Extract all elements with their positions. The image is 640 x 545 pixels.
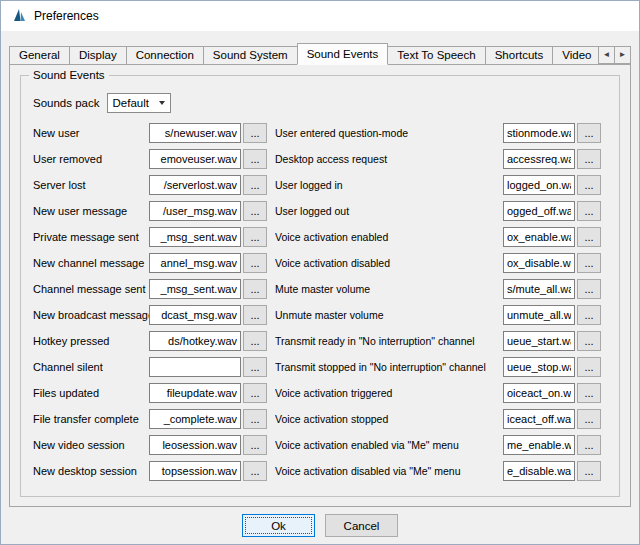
sound-file-input[interactable] bbox=[503, 383, 575, 403]
browse-button[interactable]: ... bbox=[243, 227, 267, 247]
preferences-dialog: Preferences General Display Connection S… bbox=[0, 0, 640, 545]
sounds-pack-value: Default bbox=[113, 97, 149, 109]
tab-connection[interactable]: Connection bbox=[126, 46, 204, 65]
event-label: Voice activation disabled bbox=[275, 257, 503, 269]
tab-scroll-buttons: ◄ ► bbox=[599, 46, 631, 64]
sound-event-row: New channel message ... Voice activation… bbox=[33, 250, 607, 276]
event-label: Server lost bbox=[33, 179, 149, 191]
sound-file-input[interactable] bbox=[503, 123, 575, 143]
sound-file-input[interactable] bbox=[149, 357, 241, 377]
event-label: Files updated bbox=[33, 387, 149, 399]
tab-scroll-left-button[interactable]: ◄ bbox=[598, 46, 615, 64]
titlebar: Preferences bbox=[1, 1, 639, 31]
sound-file-input[interactable] bbox=[503, 357, 575, 377]
event-label: Channel message sent bbox=[33, 283, 149, 295]
event-label: File transfer complete bbox=[33, 413, 149, 425]
sound-file-input[interactable] bbox=[149, 279, 241, 299]
browse-button[interactable]: ... bbox=[243, 175, 267, 195]
sound-file-input[interactable] bbox=[503, 149, 575, 169]
sound-file-input[interactable] bbox=[149, 409, 241, 429]
browse-button[interactable]: ... bbox=[577, 409, 601, 429]
sound-file-input[interactable] bbox=[149, 227, 241, 247]
sound-event-row: Channel silent ... Transmit stopped in "… bbox=[33, 354, 607, 380]
tab-sound-system[interactable]: Sound System bbox=[203, 46, 298, 65]
browse-button[interactable]: ... bbox=[577, 383, 601, 403]
sound-file-input[interactable] bbox=[503, 435, 575, 455]
event-label: User logged in bbox=[275, 179, 503, 191]
tab-general[interactable]: General bbox=[9, 46, 70, 65]
dialog-content: General Display Connection Sound System … bbox=[1, 31, 639, 544]
tab-scroll-right-button[interactable]: ► bbox=[614, 46, 631, 64]
sound-file-input[interactable] bbox=[503, 253, 575, 273]
group-title: Sound Events bbox=[29, 69, 109, 81]
sound-file-input[interactable] bbox=[149, 175, 241, 195]
teamtalk-logo-icon bbox=[11, 8, 27, 24]
sound-file-input[interactable] bbox=[503, 201, 575, 221]
sound-file-input[interactable] bbox=[503, 279, 575, 299]
event-label: Hotkey pressed bbox=[33, 335, 149, 347]
sound-event-row: New video session ... Voice activation e… bbox=[33, 432, 607, 458]
sound-event-row: Channel message sent ... Mute master vol… bbox=[33, 276, 607, 302]
sounds-pack-label: Sounds pack bbox=[33, 97, 100, 109]
sound-file-input[interactable] bbox=[149, 435, 241, 455]
sound-event-row: Files updated ... Voice activation trigg… bbox=[33, 380, 607, 406]
browse-button[interactable]: ... bbox=[577, 227, 601, 247]
sound-file-input[interactable] bbox=[503, 305, 575, 325]
sound-event-row: Private message sent ... Voice activatio… bbox=[33, 224, 607, 250]
browse-button[interactable]: ... bbox=[577, 435, 601, 455]
browse-button[interactable]: ... bbox=[243, 305, 267, 325]
window-title: Preferences bbox=[34, 9, 99, 23]
browse-button[interactable]: ... bbox=[577, 123, 601, 143]
browse-button[interactable]: ... bbox=[243, 357, 267, 377]
browse-button[interactable]: ... bbox=[243, 253, 267, 273]
browse-button[interactable]: ... bbox=[243, 383, 267, 403]
sound-file-input[interactable] bbox=[503, 409, 575, 429]
browse-button[interactable]: ... bbox=[577, 279, 601, 299]
sound-file-input[interactable] bbox=[149, 123, 241, 143]
browse-button[interactable]: ... bbox=[243, 461, 267, 481]
browse-button[interactable]: ... bbox=[577, 253, 601, 273]
browse-button[interactable]: ... bbox=[577, 331, 601, 351]
browse-button[interactable]: ... bbox=[577, 175, 601, 195]
sound-file-input[interactable] bbox=[149, 331, 241, 351]
tab-sound-events[interactable]: Sound Events bbox=[297, 43, 389, 65]
sound-file-input[interactable] bbox=[149, 149, 241, 169]
ok-button[interactable]: Ok bbox=[242, 514, 315, 537]
tab-shortcuts[interactable]: Shortcuts bbox=[485, 46, 554, 65]
sound-file-input[interactable] bbox=[503, 175, 575, 195]
browse-button[interactable]: ... bbox=[243, 201, 267, 221]
sound-file-input[interactable] bbox=[503, 331, 575, 351]
browse-button[interactable]: ... bbox=[243, 149, 267, 169]
sound-file-input[interactable] bbox=[149, 461, 241, 481]
browse-button[interactable]: ... bbox=[243, 435, 267, 455]
sound-file-input[interactable] bbox=[149, 253, 241, 273]
event-label: New desktop session bbox=[33, 465, 149, 477]
browse-button[interactable]: ... bbox=[243, 409, 267, 429]
sound-file-input[interactable] bbox=[503, 227, 575, 247]
sound-file-input[interactable] bbox=[503, 461, 575, 481]
event-label: New broadcast message bbox=[33, 309, 149, 321]
browse-button[interactable]: ... bbox=[243, 279, 267, 299]
browse-button[interactable]: ... bbox=[243, 331, 267, 351]
event-label: User entered question-mode bbox=[275, 127, 503, 139]
tab-bar: General Display Connection Sound System … bbox=[9, 43, 631, 65]
event-label: User removed bbox=[33, 153, 149, 165]
browse-button[interactable]: ... bbox=[577, 461, 601, 481]
sound-file-input[interactable] bbox=[149, 383, 241, 403]
sounds-pack-select[interactable]: Default bbox=[107, 93, 171, 113]
arrow-right-icon: ► bbox=[619, 50, 627, 59]
sound-event-row: New user ... User entered question-mode … bbox=[33, 120, 607, 146]
event-label: Voice activation enabled via "Me" menu bbox=[275, 439, 503, 451]
browse-button[interactable]: ... bbox=[577, 357, 601, 377]
sound-event-row: New broadcast message ... Unmute master … bbox=[33, 302, 607, 328]
sound-file-input[interactable] bbox=[149, 305, 241, 325]
event-label: New user message bbox=[33, 205, 149, 217]
tab-display[interactable]: Display bbox=[69, 46, 127, 65]
tab-text-to-speech[interactable]: Text To Speech bbox=[387, 46, 485, 65]
sound-file-input[interactable] bbox=[149, 201, 241, 221]
browse-button[interactable]: ... bbox=[243, 123, 267, 143]
cancel-button[interactable]: Cancel bbox=[325, 514, 398, 537]
browse-button[interactable]: ... bbox=[577, 201, 601, 221]
browse-button[interactable]: ... bbox=[577, 149, 601, 169]
browse-button[interactable]: ... bbox=[577, 305, 601, 325]
